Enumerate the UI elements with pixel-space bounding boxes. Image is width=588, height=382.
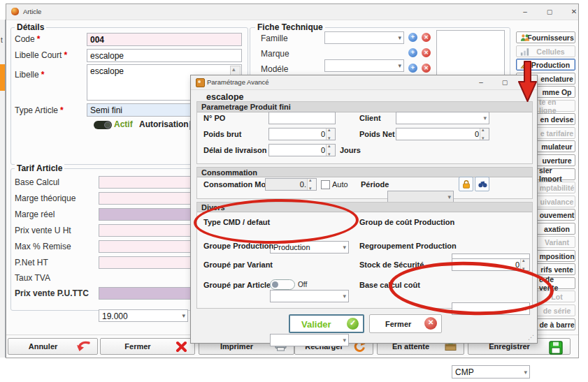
type-article-label: Type Article* bbox=[15, 105, 64, 115]
famille-select[interactable] bbox=[324, 31, 404, 44]
actif-label: Actif bbox=[114, 119, 133, 129]
sidebar-button-label: sier Import bbox=[539, 166, 575, 183]
consomation-label: Consomation Moy bbox=[203, 180, 270, 189]
actif-toggle[interactable] bbox=[94, 121, 112, 129]
auto-label: Auto bbox=[332, 180, 348, 189]
code-label: Code* bbox=[15, 34, 40, 44]
footer-button-label: Annuler bbox=[29, 342, 58, 351]
groupe-variant-label: Groupé par Variant bbox=[203, 260, 273, 269]
regroupement-label: Regroupement Production bbox=[359, 242, 457, 250]
consomation-stepper[interactable]: 0. bbox=[265, 178, 317, 191]
marque-select[interactable] bbox=[324, 59, 404, 72]
code-field[interactable]: 004 bbox=[87, 33, 242, 46]
sidebar-button-label: e tarifaire bbox=[540, 129, 573, 138]
dialog-maximize-icon[interactable] bbox=[494, 75, 515, 90]
libelle-court-label: Libelle Court* bbox=[15, 50, 67, 60]
annotation-arrow-production bbox=[518, 61, 537, 103]
background-orange-block bbox=[0, 64, 5, 91]
footer-button-label: Fermer bbox=[124, 342, 150, 351]
poids-brut-label: Poids brut bbox=[203, 130, 241, 138]
fermer-dialog-button[interactable]: Fermer bbox=[369, 314, 442, 333]
spinner-arrows-icon[interactable] bbox=[307, 179, 316, 190]
client-select[interactable] bbox=[396, 112, 489, 124]
client-label: Client bbox=[359, 114, 381, 122]
background-text-fragment: t bbox=[1, 36, 3, 44]
valider-button[interactable]: Valider bbox=[289, 314, 364, 333]
add-circle-icon[interactable] bbox=[408, 48, 417, 57]
base-calcul-label: Base Calcul bbox=[15, 177, 59, 187]
jours-label: Jours bbox=[340, 146, 361, 154]
famille-label: Famille bbox=[261, 34, 288, 43]
add-circle-icon[interactable] bbox=[408, 33, 417, 42]
sidebar-button-label: Variant bbox=[545, 238, 569, 247]
sidebar-button-label: en devise bbox=[540, 115, 574, 124]
groupe-production-select[interactable] bbox=[270, 290, 349, 302]
periode-label: Période bbox=[361, 180, 389, 189]
spinner-arrows-icon[interactable] bbox=[326, 145, 335, 156]
po-field[interactable] bbox=[268, 112, 336, 124]
mod-le-label: Modéle bbox=[261, 64, 288, 74]
sidebar-button-label: rifs vente bbox=[540, 265, 573, 274]
save-floppy-icon bbox=[549, 341, 563, 356]
prix-vente-p-u-ttc-label: Prix vente P.U.TTC bbox=[15, 288, 89, 298]
groupe-variant-select[interactable] bbox=[270, 334, 349, 346]
sidebar-button-label: uverture bbox=[542, 156, 571, 165]
binoculars-icon[interactable] bbox=[475, 177, 489, 191]
groupe-article-label: Groupé par Article bbox=[203, 281, 271, 289]
undo-arrow-icon bbox=[76, 341, 90, 354]
libelle-court-field[interactable]: escalope bbox=[87, 49, 242, 62]
tarif-section-title: Tarif Article bbox=[15, 163, 64, 173]
fermer-button[interactable]: Fermer bbox=[100, 338, 195, 355]
sidebar-button-label: axation bbox=[544, 225, 570, 233]
fiche-technique-title: Fiche Technique bbox=[255, 22, 325, 32]
annuler-button[interactable]: Annuler bbox=[8, 338, 98, 355]
dialog-product-name: escalope bbox=[206, 92, 244, 102]
spinner-arrows-icon[interactable] bbox=[480, 128, 489, 140]
taux-tva-label: Taux TVA bbox=[15, 273, 50, 283]
dialog-title-bar: Paramétrage Avancé bbox=[191, 75, 537, 90]
sidebar-button-label: ouvement bbox=[540, 211, 575, 219]
clear-circle-icon[interactable] bbox=[422, 33, 431, 42]
taux-tva-field[interactable]: 19.000 bbox=[99, 309, 188, 322]
details-section-title: Détails bbox=[15, 22, 46, 32]
poids-brut-stepper[interactable]: 0 bbox=[268, 128, 336, 140]
sidebar-button-fournisseurs[interactable]: Fournisseurs bbox=[516, 31, 575, 43]
sidebar-button-cellules: Cellules bbox=[516, 45, 575, 57]
spinner-arrows-icon[interactable] bbox=[326, 128, 335, 140]
sidebar-button-label: uivalance bbox=[540, 198, 574, 206]
lock-icon[interactable] bbox=[459, 177, 473, 191]
required-marker: * bbox=[37, 34, 41, 44]
sidebar-button-label: Cellules bbox=[536, 47, 564, 56]
delai-label: Délai de livraison bbox=[203, 146, 266, 154]
red-x-icon bbox=[175, 341, 187, 354]
clear-circle-icon[interactable] bbox=[422, 64, 431, 73]
suppliers-icon bbox=[520, 34, 530, 43]
sidebar-button-label: de à barre bbox=[539, 321, 574, 329]
groupe-article-toggle[interactable] bbox=[270, 279, 295, 290]
required-marker: * bbox=[60, 105, 64, 115]
max-remise-label: Max % Remise bbox=[15, 242, 71, 251]
bar-chart-icon bbox=[520, 47, 529, 57]
dialog-minimize-icon[interactable] bbox=[471, 75, 492, 90]
resize-grip[interactable] bbox=[528, 334, 535, 341]
red-x-circle-icon bbox=[424, 317, 437, 330]
fiche-listbox[interactable] bbox=[436, 30, 505, 78]
poids-net-label: Poids Net bbox=[359, 130, 395, 138]
clear-circle-icon[interactable] bbox=[422, 48, 431, 57]
sidebar-button-label: de série bbox=[543, 307, 571, 315]
po-label: N° PO bbox=[203, 114, 225, 122]
required-marker: * bbox=[41, 70, 45, 80]
auto-checkbox[interactable] bbox=[321, 180, 330, 189]
toggle-state-label: Off bbox=[298, 281, 307, 288]
group-cout-label: Group de coût Production bbox=[359, 218, 454, 226]
delai-stepper[interactable]: 0 bbox=[268, 144, 336, 156]
dialog-title: Paramétrage Avancé bbox=[207, 78, 269, 86]
marge-r-el-label: Marge réel bbox=[15, 210, 55, 219]
add-circle-icon[interactable] bbox=[408, 64, 417, 73]
base-calcul-select[interactable]: CMP bbox=[452, 365, 530, 379]
sidebar-button-label: mposition bbox=[539, 252, 574, 260]
required-marker: * bbox=[64, 50, 67, 60]
sidebar-button-label: enclature bbox=[540, 75, 573, 83]
poids-net-stepper[interactable]: 0 bbox=[396, 128, 489, 140]
group-produit-fini-title: Parametrage Produit fini bbox=[197, 102, 532, 112]
